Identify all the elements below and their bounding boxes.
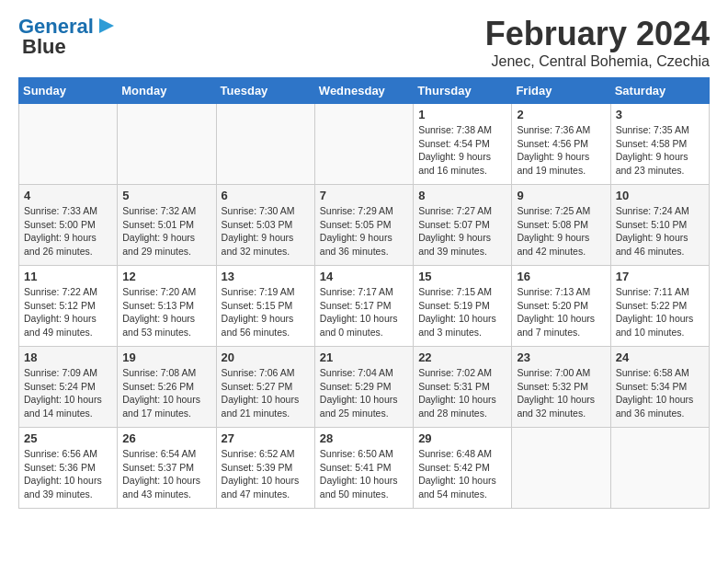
day-info: Sunrise: 7:04 AM Sunset: 5:29 PM Dayligh…: [320, 366, 408, 420]
calendar-week-row: 1Sunrise: 7:38 AM Sunset: 4:54 PM Daylig…: [19, 104, 710, 185]
logo-block: General Blue: [18, 15, 118, 59]
day-number: 23: [517, 350, 605, 364]
month-year-title: February 2024: [485, 15, 710, 53]
logo-icon: [96, 15, 118, 37]
day-info: Sunrise: 7:00 AM Sunset: 5:32 PM Dayligh…: [517, 366, 605, 420]
day-number: 7: [320, 189, 408, 202]
day-number: 1: [418, 108, 506, 121]
day-number: 16: [517, 270, 605, 283]
calendar-body: 1Sunrise: 7:38 AM Sunset: 4:54 PM Daylig…: [19, 104, 710, 509]
header-friday: Friday: [512, 78, 610, 104]
logo: General Blue: [18, 15, 118, 59]
header-sunday: Sunday: [19, 78, 118, 104]
weekday-header-row: Sunday Monday Tuesday Wednesday Thursday…: [19, 78, 710, 104]
day-number: 21: [320, 350, 408, 364]
header-monday: Monday: [118, 78, 216, 104]
table-row: 27Sunrise: 6:52 AM Sunset: 5:39 PM Dayli…: [216, 428, 314, 509]
table-row: 17Sunrise: 7:11 AM Sunset: 5:22 PM Dayli…: [610, 266, 709, 347]
day-info: Sunrise: 6:56 AM Sunset: 5:36 PM Dayligh…: [24, 447, 112, 501]
day-number: 19: [122, 350, 210, 364]
table-row: 12Sunrise: 7:20 AM Sunset: 5:13 PM Dayli…: [118, 266, 216, 347]
table-row: 26Sunrise: 6:54 AM Sunset: 5:37 PM Dayli…: [118, 428, 216, 509]
table-row: 19Sunrise: 7:08 AM Sunset: 5:26 PM Dayli…: [118, 347, 216, 428]
day-number: 15: [418, 270, 506, 283]
calendar-header: Sunday Monday Tuesday Wednesday Thursday…: [19, 78, 710, 104]
day-number: 29: [418, 431, 506, 445]
day-number: 17: [616, 270, 704, 283]
day-info: Sunrise: 7:29 AM Sunset: 5:05 PM Dayligh…: [320, 204, 408, 259]
day-number: 3: [616, 108, 704, 121]
day-number: 18: [24, 350, 112, 364]
table-row: 4Sunrise: 7:33 AM Sunset: 5:00 PM Daylig…: [19, 185, 118, 266]
table-row: 10Sunrise: 7:24 AM Sunset: 5:10 PM Dayli…: [610, 185, 709, 266]
day-info: Sunrise: 7:19 AM Sunset: 5:15 PM Dayligh…: [222, 285, 310, 339]
table-row: 11Sunrise: 7:22 AM Sunset: 5:12 PM Dayli…: [19, 266, 118, 347]
day-number: 10: [616, 189, 704, 202]
calendar-week-row: 25Sunrise: 6:56 AM Sunset: 5:36 PM Dayli…: [19, 428, 710, 509]
day-info: Sunrise: 7:17 AM Sunset: 5:17 PM Dayligh…: [320, 285, 408, 339]
table-row: 18Sunrise: 7:09 AM Sunset: 5:24 PM Dayli…: [19, 347, 118, 428]
header-thursday: Thursday: [414, 78, 512, 104]
day-number: 12: [122, 270, 210, 283]
day-info: Sunrise: 7:20 AM Sunset: 5:13 PM Dayligh…: [122, 285, 210, 339]
svg-marker-0: [99, 18, 114, 33]
day-info: Sunrise: 7:02 AM Sunset: 5:31 PM Dayligh…: [418, 366, 506, 420]
table-row: [19, 104, 118, 185]
day-number: 27: [222, 431, 310, 445]
day-number: 22: [418, 350, 506, 364]
day-info: Sunrise: 7:09 AM Sunset: 5:24 PM Dayligh…: [24, 366, 112, 420]
day-info: Sunrise: 7:36 AM Sunset: 4:56 PM Dayligh…: [517, 123, 605, 178]
day-number: 20: [222, 350, 310, 364]
table-row: 16Sunrise: 7:13 AM Sunset: 5:20 PM Dayli…: [512, 266, 610, 347]
table-row: 29Sunrise: 6:48 AM Sunset: 5:42 PM Dayli…: [414, 428, 512, 509]
day-number: 28: [320, 431, 408, 445]
table-row: 14Sunrise: 7:17 AM Sunset: 5:17 PM Dayli…: [314, 266, 413, 347]
day-number: 11: [24, 270, 112, 283]
table-row: [118, 104, 216, 185]
table-row: 7Sunrise: 7:29 AM Sunset: 5:05 PM Daylig…: [314, 185, 413, 266]
day-info: Sunrise: 7:15 AM Sunset: 5:19 PM Dayligh…: [418, 285, 506, 339]
day-info: Sunrise: 7:25 AM Sunset: 5:08 PM Dayligh…: [517, 204, 605, 259]
table-row: 22Sunrise: 7:02 AM Sunset: 5:31 PM Dayli…: [414, 347, 512, 428]
day-number: 14: [320, 270, 408, 283]
day-info: Sunrise: 7:08 AM Sunset: 5:26 PM Dayligh…: [122, 366, 210, 420]
table-row: 24Sunrise: 6:58 AM Sunset: 5:34 PM Dayli…: [610, 347, 709, 428]
table-row: 9Sunrise: 7:25 AM Sunset: 5:08 PM Daylig…: [512, 185, 610, 266]
table-row: [512, 428, 610, 509]
day-number: 4: [24, 189, 112, 202]
table-row: 20Sunrise: 7:06 AM Sunset: 5:27 PM Dayli…: [216, 347, 314, 428]
table-row: 21Sunrise: 7:04 AM Sunset: 5:29 PM Dayli…: [314, 347, 413, 428]
day-number: 26: [122, 431, 210, 445]
header-wednesday: Wednesday: [314, 78, 413, 104]
calendar-table: Sunday Monday Tuesday Wednesday Thursday…: [18, 77, 710, 509]
day-number: 5: [122, 189, 210, 202]
day-info: Sunrise: 7:24 AM Sunset: 5:10 PM Dayligh…: [616, 204, 704, 259]
header-tuesday: Tuesday: [216, 78, 314, 104]
table-row: 8Sunrise: 7:27 AM Sunset: 5:07 PM Daylig…: [414, 185, 512, 266]
table-row: 2Sunrise: 7:36 AM Sunset: 4:56 PM Daylig…: [512, 104, 610, 185]
table-row: [610, 428, 709, 509]
table-row: 6Sunrise: 7:30 AM Sunset: 5:03 PM Daylig…: [216, 185, 314, 266]
day-number: 25: [24, 431, 112, 445]
table-row: 3Sunrise: 7:35 AM Sunset: 4:58 PM Daylig…: [610, 104, 709, 185]
day-info: Sunrise: 6:54 AM Sunset: 5:37 PM Dayligh…: [122, 447, 210, 501]
table-row: 5Sunrise: 7:32 AM Sunset: 5:01 PM Daylig…: [118, 185, 216, 266]
header-saturday: Saturday: [610, 78, 709, 104]
day-info: Sunrise: 6:58 AM Sunset: 5:34 PM Dayligh…: [616, 366, 704, 420]
location-subtitle: Jenec, Central Bohemia, Czechia: [485, 53, 710, 70]
day-number: 8: [418, 189, 506, 202]
logo-blue-text: Blue: [22, 35, 66, 59]
page: General Blue February 2024 Jenec, Centra…: [0, 0, 728, 518]
day-number: 2: [517, 108, 605, 121]
day-info: Sunrise: 7:06 AM Sunset: 5:27 PM Dayligh…: [222, 366, 310, 420]
table-row: 13Sunrise: 7:19 AM Sunset: 5:15 PM Dayli…: [216, 266, 314, 347]
header: General Blue February 2024 Jenec, Centra…: [18, 15, 710, 70]
day-info: Sunrise: 7:13 AM Sunset: 5:20 PM Dayligh…: [517, 285, 605, 339]
day-info: Sunrise: 7:33 AM Sunset: 5:00 PM Dayligh…: [24, 204, 112, 259]
day-info: Sunrise: 7:32 AM Sunset: 5:01 PM Dayligh…: [122, 204, 210, 259]
table-row: [216, 104, 314, 185]
table-row: 25Sunrise: 6:56 AM Sunset: 5:36 PM Dayli…: [19, 428, 118, 509]
day-info: Sunrise: 7:27 AM Sunset: 5:07 PM Dayligh…: [418, 204, 506, 259]
day-number: 6: [222, 189, 310, 202]
day-info: Sunrise: 6:50 AM Sunset: 5:41 PM Dayligh…: [320, 447, 408, 501]
